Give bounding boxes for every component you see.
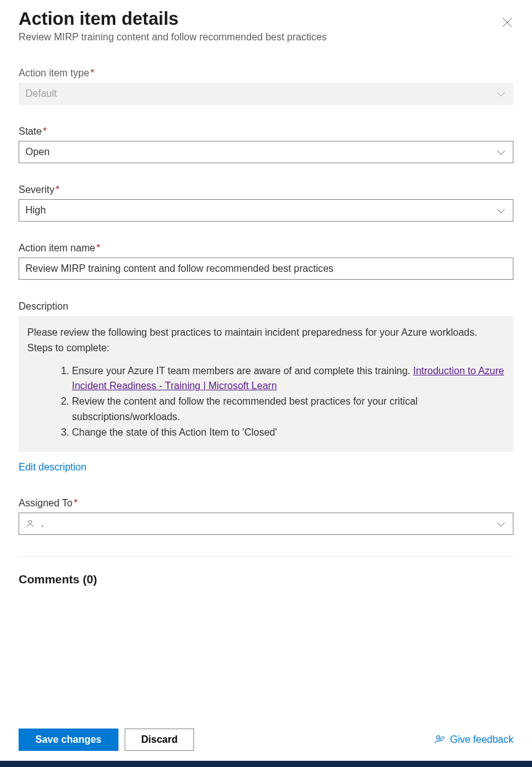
page-subtitle: Review MIRP training content and follow … [19,32,513,43]
description-step-2: Review the content and follow the recomm… [72,394,505,425]
edit-description-link[interactable]: Edit description [19,462,86,473]
footer-bar [0,761,532,767]
description-intro: Please review the following best practic… [27,325,505,356]
severity-label: Severity* [19,184,513,195]
chevron-down-icon [497,88,505,99]
close-button[interactable] [499,14,516,31]
state-label: State* [19,126,513,137]
required-star: * [74,498,78,508]
discard-button[interactable]: Discard [125,729,195,751]
comments-heading: Comments (0) [19,573,513,586]
feedback-icon [434,734,445,745]
assigned-label: Assigned To* [19,498,513,509]
required-star: * [56,184,60,195]
close-icon [502,17,512,27]
chevron-down-icon [497,146,505,158]
type-select: Default [19,83,513,105]
description-label: Description [19,301,513,312]
save-button[interactable]: Save changes [19,729,118,751]
required-star: * [97,243,100,253]
name-label: Action item name* [19,243,513,254]
page-title: Action item details [19,9,513,29]
name-input[interactable]: Review MIRP training content and follow … [19,258,513,280]
required-star: * [91,68,94,78]
state-value: Open [25,146,50,158]
severity-select[interactable]: High [19,199,513,222]
required-star: * [43,126,47,137]
description-step-1: Ensure your Azure IT team members are aw… [72,364,505,395]
person-icon [25,519,35,528]
type-value: Default [25,88,57,99]
name-value: Review MIRP training content and follow … [25,263,334,274]
svg-point-2 [29,521,32,524]
assigned-value: . [41,518,43,529]
description-box: Please review the following best practic… [19,316,513,452]
svg-point-3 [437,736,440,739]
chevron-down-icon [497,518,505,529]
description-step-3: Change the state of this Action Item to … [72,425,505,441]
severity-value: High [25,205,46,216]
type-label: Action item type* [19,68,513,79]
section-divider [19,556,513,557]
assigned-select[interactable]: . [19,513,513,535]
state-select[interactable]: Open [19,141,513,163]
chevron-down-icon [497,205,505,216]
give-feedback-link[interactable]: Give feedback [434,734,513,745]
